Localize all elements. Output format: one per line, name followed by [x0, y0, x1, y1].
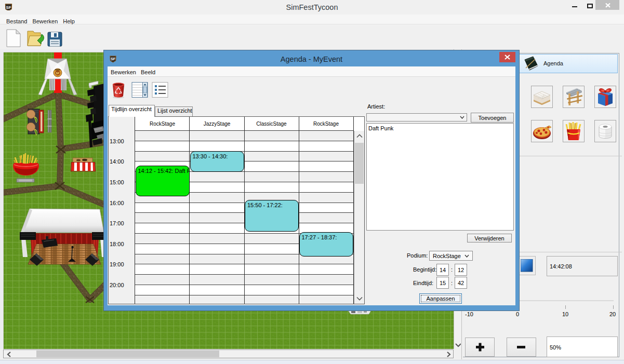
svg-text:SF: SF — [56, 72, 60, 75]
svg-text:SF: SF — [6, 5, 11, 10]
